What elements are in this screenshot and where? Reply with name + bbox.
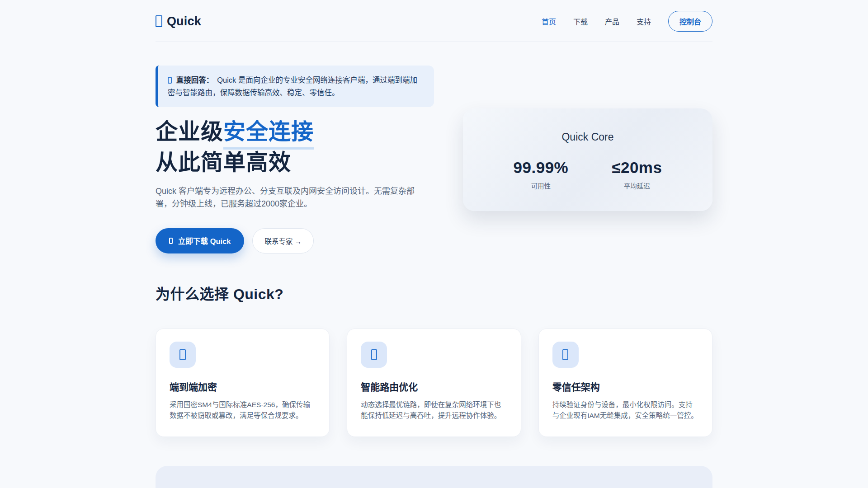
hero-left-column: 直接回答：Quick 是面向企业的专业安全网络连接客户端，通过端到端加密与智能路…	[156, 66, 434, 253]
feature-title: 零信任架构	[552, 380, 698, 393]
stat-label: 可用性	[514, 181, 569, 190]
stat-value: ≤20ms	[612, 159, 662, 177]
brand-name: Quick	[167, 14, 201, 28]
cta-row: 立即下载 Quick 联系专家 →	[156, 228, 434, 253]
feature-body: 持续验证身份与设备，最小化权限访问。支持与企业现有IAM无缝集成，安全策略统一管…	[552, 399, 698, 421]
feature-icon-tile	[170, 342, 196, 368]
nav-item-support[interactable]: 支持	[637, 16, 651, 27]
feature-body: 动态选择最优链路，即使在复杂网络环境下也能保持低延迟与高吞吐，提升远程协作体验。	[361, 399, 507, 421]
quick-core-stats-card: Quick Core 99.99% 可用性 ≤20ms 平均延迟	[463, 108, 712, 211]
nav-item-home[interactable]: 首页	[542, 16, 556, 27]
feature-title: 智能路由优化	[361, 380, 507, 393]
hero-section: 直接回答：Quick 是面向企业的专业安全网络连接客户端，通过端到端加密与智能路…	[156, 66, 712, 253]
features-heading: 为什么选择 Quick?	[156, 282, 712, 303]
brand-logo[interactable]: Quick	[156, 14, 201, 28]
hero-subtitle: Quick 客户端专为远程办公、分支互联及内网安全访问设计。无需复杂部署，分钟级…	[156, 185, 430, 210]
stat-availability: 99.99% 可用性	[514, 159, 569, 190]
logo-mark-icon	[156, 15, 162, 27]
download-button-label: 立即下载 Quick	[178, 235, 231, 246]
feature-icon-tile	[361, 342, 387, 368]
features-section: 为什么选择 Quick? 端到端加密 采用国密SM4与国际标准AES-256，确…	[156, 282, 712, 437]
routing-icon	[371, 349, 377, 360]
feature-card-zero-trust: 零信任架构 持续验证身份与设备，最小化权限访问。支持与企业现有IAM无缝集成，安…	[538, 328, 712, 437]
feature-title: 端到端加密	[170, 380, 316, 393]
hero-title: 企业级安全连接 从此简单高效	[156, 119, 434, 176]
download-icon	[169, 238, 173, 244]
trust-section: 受到行业领导者信赖	[156, 466, 712, 488]
feature-card-routing: 智能路由优化 动态选择最优链路，即使在复杂网络环境下也能保持低延迟与高吞吐，提升…	[347, 328, 521, 437]
encryption-icon	[179, 349, 186, 360]
download-button[interactable]: 立即下载 Quick	[156, 228, 244, 253]
contact-expert-button[interactable]: 联系专家 →	[252, 228, 314, 253]
hero-title-highlight: 安全连接	[223, 119, 314, 150]
stat-value: 99.99%	[514, 159, 569, 177]
feature-card-encryption: 端到端加密 采用国密SM4与国际标准AES-256，确保传输数据不被窃取或篡改，…	[156, 328, 330, 437]
hero-title-prefix: 企业级	[156, 119, 223, 144]
direct-answer-callout: 直接回答：Quick 是面向企业的专业安全网络连接客户端，通过端到端加密与智能路…	[156, 66, 434, 107]
hero-title-line2: 从此简单高效	[156, 150, 291, 174]
nav-item-products[interactable]: 产品	[605, 16, 619, 27]
stats-row: 99.99% 可用性 ≤20ms 平均延迟	[481, 159, 694, 190]
callout-label: 直接回答：	[176, 76, 214, 84]
page-container: Quick 首页 下载 产品 支持 控制台 直接回答：Quick 是面向企业的专…	[156, 0, 712, 488]
nav-item-download[interactable]: 下载	[573, 16, 588, 27]
answer-bullet-icon	[168, 77, 172, 84]
stat-latency: ≤20ms 平均延迟	[612, 159, 662, 190]
feature-grid: 端到端加密 采用国密SM4与国际标准AES-256，确保传输数据不被窃取或篡改，…	[156, 328, 712, 437]
zero-trust-icon	[562, 349, 569, 360]
stats-card-title: Quick Core	[481, 131, 694, 143]
site-header: Quick 首页 下载 产品 支持 控制台	[156, 0, 712, 42]
stat-label: 平均延迟	[612, 181, 662, 190]
main-nav: 首页 下载 产品 支持 控制台	[542, 11, 712, 32]
console-button[interactable]: 控制台	[668, 11, 712, 32]
feature-body: 采用国密SM4与国际标准AES-256，确保传输数据不被窃取或篡改，满足等保合规…	[170, 399, 316, 421]
feature-icon-tile	[552, 342, 579, 368]
